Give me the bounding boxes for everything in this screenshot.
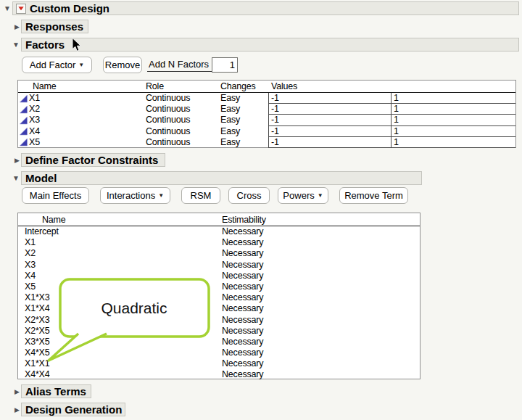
factors-title: Factors: [25, 38, 65, 51]
factor-high-value-cell[interactable]: 1: [392, 93, 515, 104]
continuous-factor-icon: [20, 127, 28, 136]
model-title: Model: [25, 172, 57, 184]
factor-name-cell[interactable]: X4: [18, 126, 146, 137]
col-header-name: Name: [18, 215, 222, 225]
factors-table-header: Name Role Changes Values: [18, 81, 515, 93]
factor-high-value-cell[interactable]: 1: [392, 115, 515, 125]
add-n-factors-input[interactable]: [212, 57, 238, 73]
factor-changes-cell[interactable]: Easy: [220, 104, 268, 115]
rsm-button[interactable]: RSM: [181, 187, 220, 204]
model-term-estimability: Necessary: [222, 347, 420, 358]
factor-row[interactable]: X3 Continuous Easy -1 1: [18, 115, 515, 125]
model-term-estimability: Necessary: [222, 358, 420, 369]
custom-design-disclosure-icon[interactable]: ▼: [4, 5, 11, 12]
chevron-down-icon: ▼: [318, 192, 323, 199]
factor-changes-cell[interactable]: Easy: [220, 115, 268, 125]
factor-low-value-cell[interactable]: -1: [268, 115, 392, 125]
factor-row[interactable]: X5 Continuous Easy -1 1: [18, 137, 515, 148]
factor-changes-cell[interactable]: Easy: [220, 137, 268, 148]
continuous-factor-icon: [20, 94, 28, 103]
factor-high-value-cell[interactable]: 1: [392, 104, 515, 115]
define-factor-constraints-header[interactable]: Define Factor Constraints: [21, 153, 165, 167]
factors-table: Name Role Changes Values X1 Continuous E…: [17, 80, 516, 148]
factor-role-cell[interactable]: Continuous: [146, 137, 220, 148]
cross-button[interactable]: Cross: [228, 187, 270, 204]
model-term-row[interactable]: Intercept Necessary: [18, 226, 420, 237]
remove-label: Remove: [105, 59, 140, 70]
model-term-name: X1: [18, 237, 222, 248]
model-disclosure-icon[interactable]: ▼: [12, 175, 20, 182]
main-effects-button[interactable]: Main Effects: [22, 187, 89, 204]
col-header-values: Values: [268, 81, 392, 91]
factor-high-value-cell[interactable]: 1: [392, 137, 515, 148]
powers-label: Powers: [283, 190, 314, 201]
factor-low-value-cell[interactable]: -1: [268, 104, 392, 115]
model-term-estimability: Necessary: [222, 369, 420, 380]
col-header-name: Name: [18, 81, 146, 91]
interactions-button[interactable]: Interactions▼: [100, 187, 170, 204]
factor-role-cell[interactable]: Continuous: [146, 126, 220, 137]
factor-high-value-cell[interactable]: 1: [392, 126, 515, 137]
remove-term-button[interactable]: Remove Term: [339, 187, 408, 204]
define-factor-constraints-disclosure-icon[interactable]: ▶: [14, 157, 20, 164]
design-generation-disclosure-icon[interactable]: ▶: [14, 406, 20, 413]
design-generation-header[interactable]: Design Generation: [21, 403, 125, 416]
factors-disclosure-icon[interactable]: ▼: [12, 41, 20, 49]
continuous-factor-icon: [20, 138, 28, 147]
factor-role-cell[interactable]: Continuous: [146, 104, 220, 115]
model-term-row[interactable]: X4*X4 Necessary: [18, 369, 420, 380]
remove-button[interactable]: Remove: [103, 57, 142, 73]
responses-header[interactable]: Responses: [21, 20, 88, 33]
factor-name: X1: [29, 93, 40, 104]
model-term-estimability: Necessary: [222, 326, 420, 337]
remove-term-label: Remove Term: [344, 190, 403, 201]
add-n-factors-button[interactable]: Add N Factors: [147, 58, 212, 72]
alias-terms-header[interactable]: Alias Terms: [21, 384, 91, 398]
model-term-row[interactable]: X3 Necessary: [18, 260, 420, 271]
model-term-row[interactable]: X1 Necessary: [18, 237, 420, 248]
model-term-name: X3: [18, 260, 222, 271]
powers-button[interactable]: Powers▼: [278, 187, 328, 204]
design-generation-title: Design Generation: [25, 403, 122, 416]
model-term-estimability: Necessary: [222, 303, 420, 314]
red-triangle-menu-icon[interactable]: [16, 4, 26, 14]
define-factor-constraints-title: Define Factor Constraints: [25, 154, 158, 166]
factor-name-cell[interactable]: X1: [18, 93, 146, 104]
custom-design-header[interactable]: Custom Design: [12, 1, 519, 15]
mouse-cursor: [72, 38, 82, 52]
factor-name: X3: [29, 115, 40, 125]
model-term-estimability: Necessary: [222, 315, 420, 326]
factor-low-value-cell[interactable]: -1: [268, 93, 392, 104]
factor-name-cell[interactable]: X3: [18, 115, 146, 125]
alias-terms-disclosure-icon[interactable]: ▶: [14, 388, 20, 395]
bubble-tail: [49, 334, 107, 361]
factor-row[interactable]: X1 Continuous Easy -1 1: [18, 93, 515, 104]
continuous-factor-icon: [20, 116, 28, 125]
factor-name: X4: [29, 126, 40, 137]
factors-table-body: X1 Continuous Easy -1 1 X2 Continuous Ea…: [18, 93, 515, 148]
factor-name-cell[interactable]: X5: [18, 137, 146, 148]
factor-role-cell[interactable]: Continuous: [146, 115, 220, 125]
model-term-name: X2: [18, 248, 222, 259]
factors-header[interactable]: Factors: [21, 38, 519, 52]
cross-label: Cross: [237, 190, 262, 201]
model-header[interactable]: Model: [21, 171, 422, 185]
factor-row[interactable]: X4 Continuous Easy -1 1: [18, 126, 515, 137]
add-factor-button[interactable]: Add Factor▼: [22, 57, 92, 73]
col-header-estimability: Estimability: [222, 215, 420, 225]
rsm-label: RSM: [191, 190, 212, 201]
factor-low-value-cell[interactable]: -1: [268, 126, 392, 137]
alias-terms-title: Alias Terms: [25, 385, 86, 398]
factor-low-value-cell[interactable]: -1: [268, 137, 392, 148]
model-table-header: Name Estimability: [18, 213, 420, 226]
chevron-down-icon: ▼: [158, 192, 164, 199]
factor-changes-cell[interactable]: Easy: [220, 126, 268, 137]
factor-name-cell[interactable]: X2: [18, 104, 146, 115]
factor-changes-cell[interactable]: Easy: [220, 93, 268, 104]
responses-disclosure-icon[interactable]: ▶: [14, 23, 20, 30]
factor-row[interactable]: X2 Continuous Easy -1 1: [18, 104, 515, 115]
factor-role-cell[interactable]: Continuous: [146, 93, 220, 104]
model-term-row[interactable]: X2 Necessary: [18, 248, 420, 259]
model-term-name: Intercept: [18, 226, 222, 237]
custom-design-title: Custom Design: [30, 2, 109, 15]
